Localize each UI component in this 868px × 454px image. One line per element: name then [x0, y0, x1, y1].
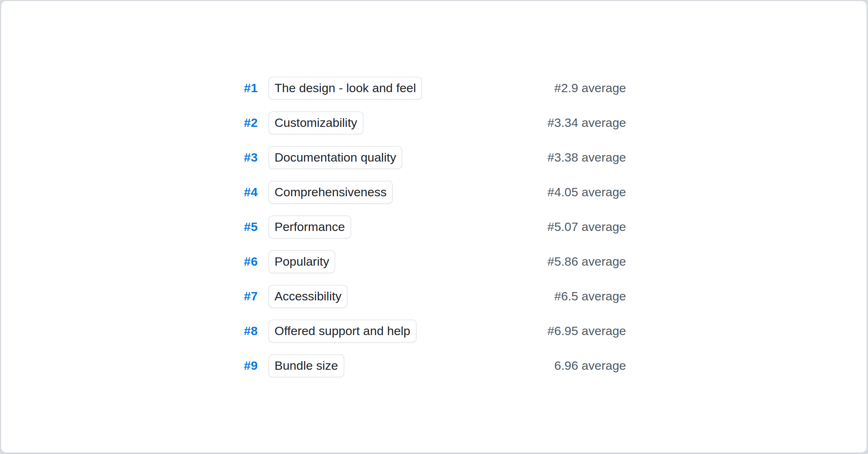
average-value: #6.95 average — [548, 324, 626, 338]
ranking-row: #7 Accessibility #6.5 average — [233, 285, 626, 308]
ranking-row: #9 Bundle size 6.96 average — [233, 354, 626, 377]
average-value: #2.9 average — [554, 81, 626, 95]
rank-number: #2 — [233, 116, 258, 130]
option-chip: Documentation quality — [268, 146, 402, 169]
average-value: #5.07 average — [548, 220, 626, 234]
average-value: #6.5 average — [554, 289, 626, 303]
option-label: Customizability — [275, 116, 357, 130]
option-label: Bundle size — [275, 359, 338, 373]
rank-number: #8 — [233, 324, 258, 338]
option-chip: Customizability — [268, 111, 363, 134]
option-label: Comprehensiveness — [275, 185, 387, 199]
option-label: Offered support and help — [275, 324, 410, 338]
ranking-row: #3 Documentation quality #3.38 average — [233, 146, 626, 169]
ranking-row: #2 Customizability #3.34 average — [233, 111, 626, 134]
option-label: The design - look and feel — [275, 81, 416, 95]
option-label: Documentation quality — [275, 150, 396, 164]
option-chip: Comprehensiveness — [268, 181, 393, 204]
option-chip: The design - look and feel — [268, 77, 422, 100]
option-chip: Performance — [268, 215, 351, 239]
ranking-row: #6 Popularity #5.86 average — [233, 250, 626, 273]
average-value: #3.38 average — [548, 150, 626, 164]
option-label: Performance — [275, 220, 345, 234]
ranking-row: #5 Performance #5.07 average — [233, 215, 626, 239]
average-value: #4.05 average — [548, 185, 626, 199]
option-label: Popularity — [275, 254, 329, 269]
average-value: #5.86 average — [548, 254, 626, 269]
results-card: #1 The design - look and feel #2.9 avera… — [1, 1, 867, 453]
average-value: 6.96 average — [554, 359, 626, 373]
rank-number: #3 — [233, 150, 258, 164]
ranking-row: #8 Offered support and help #6.95 averag… — [233, 320, 626, 343]
rank-number: #7 — [233, 289, 258, 303]
average-value: #3.34 average — [548, 116, 626, 130]
rank-number: #9 — [233, 359, 258, 373]
option-label: Accessibility — [275, 289, 341, 303]
ranking-results-list: #1 The design - look and feel #2.9 avera… — [233, 1, 626, 453]
rank-number: #6 — [233, 254, 258, 269]
rank-number: #4 — [233, 185, 258, 199]
rank-number: #5 — [233, 220, 258, 234]
ranking-row: #1 The design - look and feel #2.9 avera… — [233, 77, 626, 100]
option-chip: Bundle size — [268, 354, 344, 377]
ranking-row: #4 Comprehensiveness #4.05 average — [233, 181, 626, 204]
option-chip: Accessibility — [268, 285, 348, 308]
option-chip: Offered support and help — [268, 320, 417, 343]
rank-number: #1 — [233, 81, 258, 95]
option-chip: Popularity — [268, 250, 335, 273]
